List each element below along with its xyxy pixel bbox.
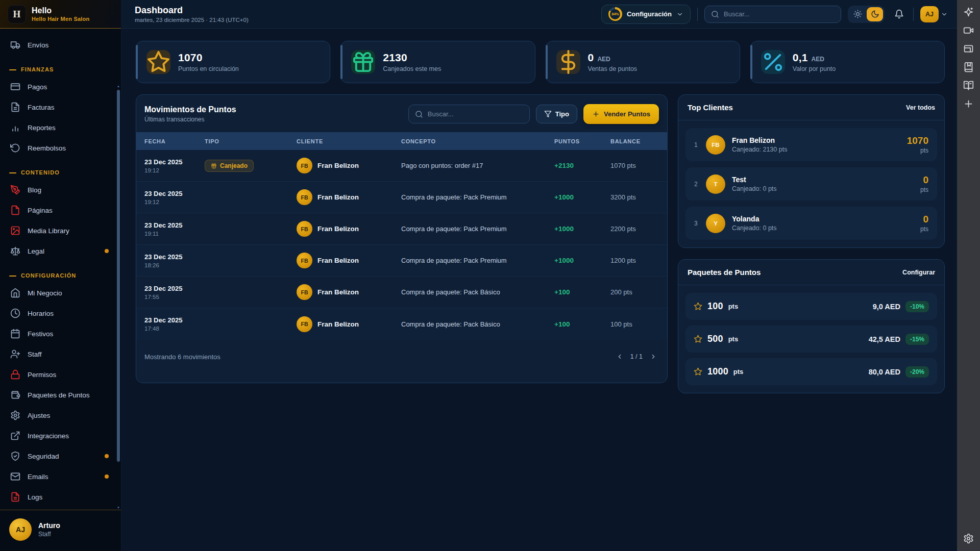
scrollbar-thumb[interactable] bbox=[117, 90, 120, 462]
table-row[interactable]: 23 Dec 2025 19:12 Canjeado FB Fran Beliz… bbox=[136, 150, 667, 182]
configuracion-button[interactable]: 84% Configuración bbox=[601, 5, 691, 24]
row-concept: Compra de paquete: Pack Básico bbox=[401, 288, 554, 296]
sidebar-item[interactable]: Logs bbox=[0, 487, 121, 507]
stat-value: 2130 bbox=[383, 52, 407, 64]
wallet-card-icon[interactable] bbox=[963, 43, 974, 54]
row-concept: Compra de paquete: Pack Premium bbox=[401, 193, 554, 201]
packages-list: 100 pts 9,0 AED -10% 500 pts bbox=[678, 285, 944, 393]
package-points: 500 bbox=[707, 334, 723, 344]
sidebar-item[interactable]: Media Library bbox=[0, 220, 121, 241]
sidebar-item[interactable]: Pagos bbox=[0, 77, 121, 97]
sidebar-item[interactable]: Ajustes bbox=[0, 405, 121, 425]
stat-label: Ventas de puntos bbox=[588, 65, 638, 72]
discount-badge: -15% bbox=[905, 334, 929, 345]
row-balance: 3200 pts bbox=[610, 193, 659, 201]
sidebar-user-card[interactable]: AJ Arturo Staff bbox=[0, 510, 121, 551]
user-role: Staff bbox=[38, 531, 60, 538]
movements-search[interactable] bbox=[408, 105, 530, 123]
sidebar-item[interactable]: Facturas bbox=[0, 97, 121, 117]
global-search[interactable] bbox=[704, 6, 841, 23]
dark-mode-button[interactable] bbox=[867, 7, 883, 21]
sidebar-scrollbar[interactable]: ▲ ▼ bbox=[116, 86, 120, 508]
search-icon bbox=[415, 110, 423, 118]
package-unit: pts bbox=[728, 303, 739, 310]
sidebar-item[interactable]: Emails bbox=[0, 466, 121, 487]
table-row[interactable]: 23 Dec 2025 17:55 FB Fran Belizon bbox=[136, 277, 667, 308]
row-points: +100 bbox=[554, 320, 610, 328]
file-icon bbox=[10, 205, 20, 215]
packages-title: Paquetes de Puntos bbox=[688, 268, 761, 277]
video-icon[interactable] bbox=[963, 25, 974, 36]
vender-puntos-button[interactable]: Vender Puntos bbox=[583, 104, 659, 124]
sidebar-item[interactable]: Reembolsos bbox=[0, 138, 121, 158]
wallet-icon bbox=[10, 390, 20, 400]
sidebar-nav: Envíos Envíos Finanzas Finanzas bbox=[0, 29, 121, 510]
sidebar-item[interactable]: Staff bbox=[0, 344, 121, 364]
client-avatar: FB bbox=[297, 253, 312, 268]
tipo-filter-button[interactable]: Tipo bbox=[536, 105, 577, 123]
row-date: 23 Dec 2025 bbox=[144, 190, 205, 197]
sidebar-item[interactable]: Permisos bbox=[0, 364, 121, 385]
client-list-item[interactable]: 1 FB Fran Belizon Canjeado: 2130 pts 107… bbox=[685, 128, 937, 161]
section-dash bbox=[9, 276, 16, 277]
next-page-button[interactable] bbox=[648, 351, 659, 362]
package-item[interactable]: 1000 pts 80,0 AED -20% bbox=[685, 358, 937, 385]
row-time: 19:12 bbox=[144, 167, 205, 173]
gift-icon bbox=[351, 50, 375, 74]
dollar-icon bbox=[556, 50, 580, 74]
sidebar: H Hello Hello Hair Men Salon Envíos Enví… bbox=[0, 0, 121, 551]
table-row[interactable]: 23 Dec 2025 17:48 FB Fran Belizon bbox=[136, 308, 667, 340]
table-row[interactable]: 23 Dec 2025 19:12 FB Fran Belizon bbox=[136, 182, 667, 213]
sidebar-item[interactable]: Reportes bbox=[0, 117, 121, 138]
row-time: 19:11 bbox=[144, 231, 205, 237]
book-bookmark-icon[interactable] bbox=[963, 62, 974, 72]
book-open-icon[interactable] bbox=[963, 80, 974, 91]
prev-page-button[interactable] bbox=[614, 351, 625, 362]
row-time: 19:12 bbox=[144, 199, 205, 205]
client-list-item[interactable]: 2 T Test Canjeado: 0 pts 0 pts bbox=[685, 167, 937, 201]
configurar-link[interactable]: Configurar bbox=[902, 269, 935, 276]
user-menu[interactable]: AJ bbox=[920, 6, 948, 22]
sidebar-item[interactable]: Blog bbox=[0, 180, 121, 200]
movements-search-input[interactable] bbox=[428, 110, 523, 118]
sidebar-item[interactable]: Legal bbox=[0, 241, 121, 261]
client-name: Fran Belizon bbox=[317, 257, 359, 264]
credit-card-icon bbox=[10, 82, 20, 92]
sidebar-item[interactable]: Festivos bbox=[0, 323, 121, 344]
package-item[interactable]: 500 pts 42,5 AED -15% bbox=[685, 325, 937, 353]
stat-value: 1070 bbox=[178, 52, 203, 64]
client-avatar: Y bbox=[706, 214, 725, 233]
scroll-up-icon[interactable]: ▲ bbox=[116, 85, 120, 88]
package-item[interactable]: 100 pts 9,0 AED -10% bbox=[685, 293, 937, 320]
row-balance: 2200 pts bbox=[610, 225, 659, 233]
notification-dot bbox=[105, 454, 109, 458]
gear-icon[interactable] bbox=[963, 533, 974, 544]
sidebar-item[interactable]: Envíos bbox=[0, 35, 121, 55]
scroll-down-icon[interactable]: ▼ bbox=[116, 506, 120, 509]
sidebar-item[interactable]: Horarios bbox=[0, 303, 121, 323]
sidebar-item[interactable]: Integraciones bbox=[0, 425, 121, 446]
light-mode-button[interactable] bbox=[849, 7, 866, 21]
table-row[interactable]: 23 Dec 2025 19:11 FB Fran Belizon bbox=[136, 213, 667, 245]
client-name: Fran Belizon bbox=[317, 225, 359, 233]
client-detail: Canjeado: 0 pts bbox=[732, 185, 777, 192]
notifications-button[interactable] bbox=[891, 7, 906, 22]
stat-label: Puntos en circulación bbox=[178, 65, 239, 72]
stat-card: 2130 Canjeados este mes bbox=[340, 41, 535, 83]
sidebar-item[interactable]: Seguridad bbox=[0, 446, 121, 466]
sidebar-item[interactable]: Páginas bbox=[0, 200, 121, 220]
main-area: Dashboard martes, 23 diciembre 2025 · 21… bbox=[121, 0, 957, 551]
top-clients-panel: Top Clientes Ver todos 1 FB Fran Belizon… bbox=[678, 94, 945, 248]
client-list-item[interactable]: 3 Y Yolanda Canjeado: 0 pts 0 pts bbox=[685, 207, 937, 240]
table-row[interactable]: 23 Dec 2025 18:26 FB Fran Belizon bbox=[136, 245, 667, 277]
plus-icon[interactable] bbox=[963, 98, 974, 109]
configuracion-label: Configuración bbox=[627, 10, 672, 18]
ver-todos-link[interactable]: Ver todos bbox=[906, 104, 935, 111]
sidebar-item[interactable]: Mi Negocio bbox=[0, 283, 121, 303]
packages-panel: Paquetes de Puntos Configurar 100 pts 9,… bbox=[678, 259, 945, 393]
col-tipo: Tipo bbox=[205, 138, 297, 144]
sidebar-item[interactable]: Paquetes de Puntos bbox=[0, 385, 121, 405]
search-input[interactable] bbox=[724, 10, 835, 18]
chevron-down-icon bbox=[676, 11, 683, 18]
sparkles-icon[interactable] bbox=[963, 7, 974, 17]
